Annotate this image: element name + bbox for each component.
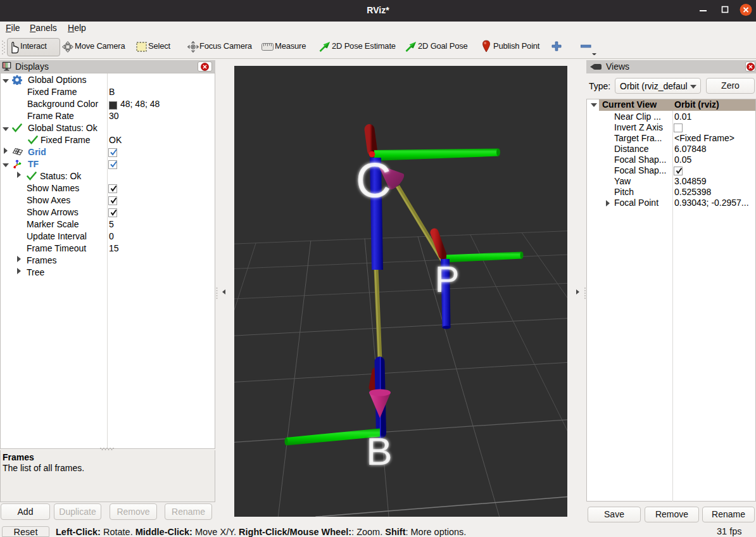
svg-text:P: P	[435, 258, 460, 300]
svg-text:C: C	[356, 152, 391, 208]
svg-text:B: B	[366, 429, 392, 473]
